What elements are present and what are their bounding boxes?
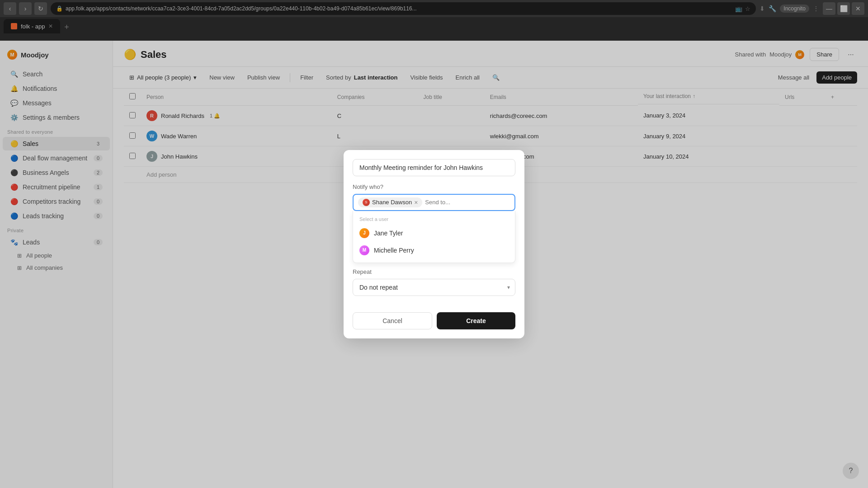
user-avatar-michelle: M	[359, 245, 369, 255]
notify-tag-shane: S Shane Dawson ×	[358, 197, 422, 207]
tag-remove-btn[interactable]: ×	[414, 199, 418, 206]
reminder-dialog: Notify who? S Shane Dawson × Select a us…	[344, 150, 524, 338]
dialog-overlay[interactable]: Notify who? S Shane Dawson × Select a us…	[0, 0, 868, 488]
user-dropdown: Select a user J Jane Tyler M Michelle Pe…	[353, 211, 515, 263]
user-name-michelle: Michelle Perry	[374, 247, 414, 254]
reminder-title-input[interactable]	[353, 159, 515, 176]
user-name-jane: Jane Tyler	[374, 230, 403, 237]
tag-name: Shane Dawson	[372, 199, 412, 206]
cancel-button[interactable]: Cancel	[353, 312, 432, 329]
notify-input-area[interactable]: S Shane Dawson ×	[353, 194, 515, 211]
dropdown-user-michelle[interactable]: M Michelle Perry	[353, 242, 515, 259]
notify-who-label: Notify who?	[353, 183, 515, 190]
repeat-label: Repeat	[353, 268, 515, 275]
tag-avatar: S	[363, 199, 370, 206]
repeat-select[interactable]: Do not repeat Daily Weekly Monthly	[353, 279, 515, 296]
dialog-actions: Cancel Create	[344, 312, 524, 338]
send-to-input[interactable]	[425, 199, 501, 206]
user-avatar-jane: J	[359, 228, 369, 238]
create-button[interactable]: Create	[437, 312, 515, 329]
repeat-select-area: Do not repeat Daily Weekly Monthly ▾	[353, 279, 515, 296]
dropdown-user-jane[interactable]: J Jane Tyler	[353, 225, 515, 242]
dialog-body: Notify who? S Shane Dawson × Select a us…	[344, 150, 524, 312]
select-user-label: Select a user	[353, 215, 515, 225]
